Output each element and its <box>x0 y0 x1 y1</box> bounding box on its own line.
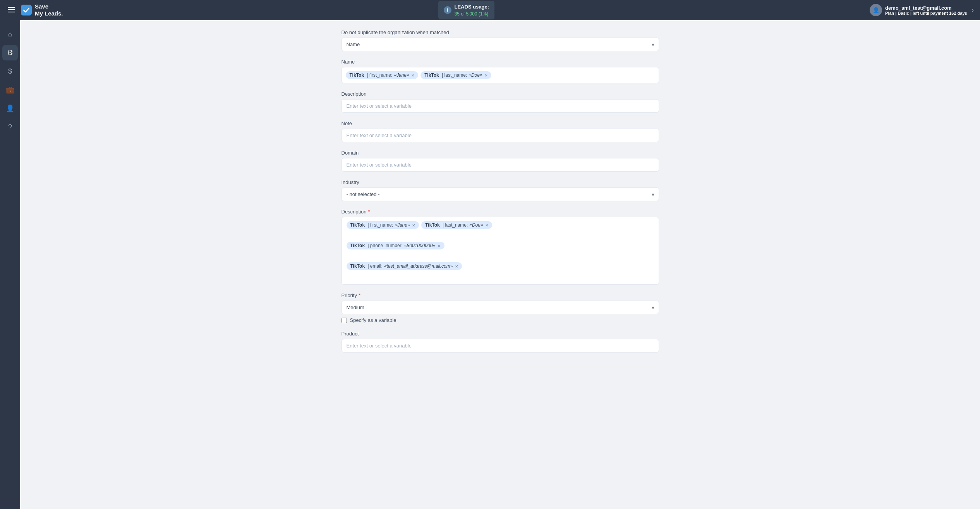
billing-icon: $ <box>8 67 12 76</box>
account-icon: 👤 <box>6 104 14 113</box>
topbar-right: 👤 demo_sml_test@gmail.com Plan | Basic |… <box>870 4 974 16</box>
user-info: demo_sml_test@gmail.com Plan | Basic | l… <box>885 5 967 15</box>
sidebar: ⌂ ⚙ $ 💼 👤 ? <box>0 20 20 509</box>
name-field-group: Name TikTok | first_name: «Jane» × TikTo… <box>342 59 659 83</box>
form-container: Do not duplicate the organization when m… <box>326 20 675 376</box>
logo-icon <box>21 5 32 15</box>
domain-input[interactable] <box>342 158 659 172</box>
home-icon: ⌂ <box>8 30 12 38</box>
specify-variable-checkbox[interactable] <box>342 318 347 323</box>
name-label: Name <box>342 59 659 65</box>
sidebar-item-home[interactable]: ⌂ <box>2 26 18 42</box>
description-label: Description <box>342 91 659 97</box>
svg-rect-0 <box>8 7 15 8</box>
description2-label: Description * <box>342 209 659 215</box>
sidebar-item-integrations[interactable]: ⚙ <box>2 45 18 60</box>
content-area: Do not duplicate the organization when m… <box>20 20 980 509</box>
priority-field-group: Priority * Low Medium High ▾ Specify as … <box>342 292 659 323</box>
topbar-left: SaveMy Leads. <box>6 3 63 17</box>
description-field-group: Description <box>342 91 659 113</box>
sidebar-item-tools[interactable]: 💼 <box>2 82 18 98</box>
desc2-tag-lastname: TikTok | last_name: «Doe» × <box>421 221 492 229</box>
sidebar-item-account[interactable]: 👤 <box>2 101 18 116</box>
leads-usage-text: LEADS usage: 35 of 5'000 (1%) <box>455 3 489 17</box>
help-icon: ? <box>8 123 12 131</box>
hamburger-button[interactable] <box>6 5 16 16</box>
user-box[interactable]: 👤 demo_sml_test@gmail.com Plan | Basic |… <box>870 4 967 16</box>
dedup-label: Do not duplicate the organization when m… <box>342 29 659 35</box>
sidebar-item-help[interactable]: ? <box>2 119 18 135</box>
info-icon: i <box>444 6 451 14</box>
user-plan: Plan | Basic | left until payment 162 da… <box>885 11 967 15</box>
dedup-select-wrapper: Name Email Domain ▾ <box>342 38 659 51</box>
app-name: SaveMy Leads. <box>35 3 63 17</box>
tools-icon: 💼 <box>6 86 14 94</box>
description2-tag-textarea[interactable]: TikTok | first_name: «Jane» × TikTok | l… <box>342 217 659 285</box>
industry-field-group: Industry - not selected - Technology Fin… <box>342 179 659 201</box>
priority-select[interactable]: Low Medium High <box>342 301 659 314</box>
app-logo[interactable]: SaveMy Leads. <box>21 3 63 17</box>
description-input[interactable] <box>342 99 659 113</box>
leads-usage-box: i LEADS usage: 35 of 5'000 (1%) <box>438 1 495 19</box>
svg-rect-2 <box>8 12 15 12</box>
desc2-tag-lastname-remove[interactable]: × <box>486 223 489 228</box>
product-label: Product <box>342 331 659 337</box>
desc2-tag-phone-remove[interactable]: × <box>438 243 441 248</box>
priority-select-wrapper: Low Medium High ▾ <box>342 301 659 314</box>
desc2-tag-email: TikTok | email: «test_email_address@mail… <box>347 262 462 270</box>
dedup-field-group: Do not duplicate the organization when m… <box>342 29 659 51</box>
svg-rect-1 <box>8 9 15 10</box>
integrations-icon: ⚙ <box>7 48 13 57</box>
note-input[interactable] <box>342 129 659 142</box>
industry-label: Industry <box>342 179 659 185</box>
specify-variable-wrapper: Specify as a variable <box>342 317 659 323</box>
description2-field-group: Description * TikTok | first_name: «Jane… <box>342 209 659 285</box>
priority-required-indicator: * <box>359 292 360 298</box>
name-tag-lastname: TikTok | last_name: «Doe» × <box>420 71 491 79</box>
topbar: SaveMy Leads. i LEADS usage: 35 of 5'000… <box>0 0 980 20</box>
name-tag-lastname-remove[interactable]: × <box>485 73 488 78</box>
domain-label: Domain <box>342 150 659 156</box>
note-field-group: Note <box>342 120 659 142</box>
sidebar-item-billing[interactable]: $ <box>2 64 18 79</box>
domain-field-group: Domain <box>342 150 659 172</box>
desc2-tag-phone: TikTok | phone_number: «8001000000» × <box>347 242 445 249</box>
note-label: Note <box>342 120 659 126</box>
product-field-group: Product <box>342 331 659 353</box>
name-tag-firstname-remove[interactable]: × <box>412 73 415 78</box>
specify-variable-label[interactable]: Specify as a variable <box>350 317 396 323</box>
description2-required-indicator: * <box>368 209 370 215</box>
desc2-tag-firstname: TikTok | first_name: «Jane» × <box>347 221 419 229</box>
industry-select[interactable]: - not selected - Technology Finance Heal… <box>342 187 659 201</box>
dedup-select[interactable]: Name Email Domain <box>342 38 659 51</box>
name-tag-input[interactable]: TikTok | first_name: «Jane» × TikTok | l… <box>342 67 659 83</box>
name-tag-firstname: TikTok | first_name: «Jane» × <box>346 71 419 79</box>
desc2-tag-email-remove[interactable]: × <box>455 264 458 269</box>
product-input[interactable] <box>342 339 659 353</box>
priority-label: Priority * <box>342 292 659 298</box>
industry-select-wrapper: - not selected - Technology Finance Heal… <box>342 187 659 201</box>
topbar-center: i LEADS usage: 35 of 5'000 (1%) <box>438 1 495 19</box>
main-layout: ⌂ ⚙ $ 💼 👤 ? Do not duplicate the organiz… <box>0 20 980 509</box>
user-menu-chevron[interactable]: › <box>972 7 974 14</box>
desc2-tag-firstname-remove[interactable]: × <box>412 223 415 228</box>
user-avatar: 👤 <box>870 4 882 16</box>
